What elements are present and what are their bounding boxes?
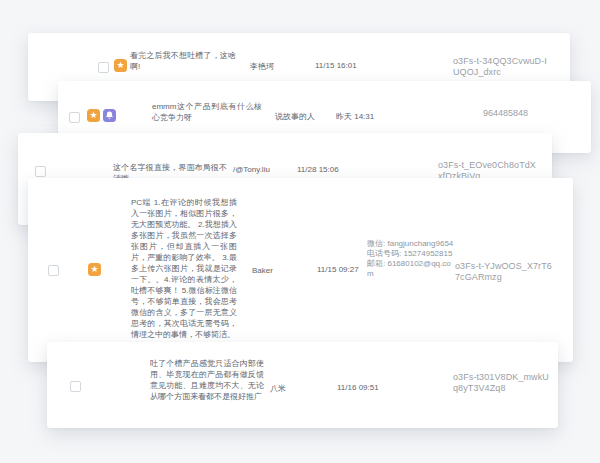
author-name: 八米	[270, 383, 286, 394]
user-id-number: 964485848	[483, 108, 528, 118]
feedback-text: emmm这个产品到底有什么核心竞争力呀	[152, 101, 262, 123]
bell-icon	[105, 111, 114, 120]
star-badge: ★	[114, 59, 127, 72]
contact-email: 邮箱: 61680102@qq.com	[367, 259, 455, 279]
row-checkbox[interactable]	[48, 265, 59, 276]
star-badge: ★	[88, 263, 101, 276]
user-openid: o3Fs-t301V8DK_mwkUq8yT3V4Zq8	[453, 372, 553, 394]
user-openid: o3Fs-t-YJwOOS_X7rT67cGARmzg	[455, 261, 555, 283]
timestamp: 11/28 15:06	[297, 165, 339, 174]
contact-wechat: 微信: fangjunchang9654	[367, 239, 455, 249]
star-badge: ★	[87, 109, 100, 122]
row-checkbox[interactable]	[98, 62, 109, 73]
feedback-row[interactable]: ★ PC端 1.在评论的时候我想插入一张图片，相似图片很多，无大图预览功能。 2…	[28, 178, 573, 362]
star-icon: ★	[89, 111, 97, 120]
author-name: Baker	[252, 266, 273, 275]
row-checkbox[interactable]	[35, 166, 46, 177]
author-name: 说故事的人	[275, 111, 315, 122]
contact-info: 微信: fangjunchang9654 电话号码: 15274952815 邮…	[367, 239, 455, 279]
timestamp: 昨天 14:31	[336, 111, 374, 122]
author-name: /@Tony.liu	[233, 165, 270, 174]
author-name: 李艳珂	[250, 61, 274, 72]
feedback-row[interactable]: 吐了个槽产品感觉只适合内部使用、毕竟现在的产品都有做反馈意见功能、且难度均不大、…	[47, 342, 558, 428]
feedback-cards-collage: ★ 看完之后我不想吐槽了，这啥啊! 李艳珂 11/15 16:01 o3Fs-t…	[0, 0, 600, 463]
timestamp: 11/16 09:51	[337, 383, 379, 392]
feedback-text: 吐了个槽产品感觉只适合内部使用、毕竟现在的产品都有做反馈意见功能、且难度均不大、…	[150, 358, 264, 402]
user-openid: o3Fs-t-34QQ3CvwuD-IUQOJ_dxrc	[453, 56, 553, 78]
notification-badge	[103, 109, 116, 122]
row-checkbox[interactable]	[69, 112, 80, 123]
contact-phone: 电话号码: 15274952815	[367, 249, 455, 259]
star-icon: ★	[90, 265, 98, 274]
star-icon: ★	[116, 61, 124, 70]
row-checkbox[interactable]	[70, 381, 81, 392]
feedback-text: PC端 1.在评论的时候我想插入一张图片，相似图片很多，无大图预览功能。 2.我…	[131, 197, 237, 340]
timestamp: 11/15 16:01	[315, 61, 357, 70]
timestamp: 11/15 09:27	[317, 265, 359, 274]
feedback-text: 看完之后我不想吐槽了，这啥啊!	[130, 50, 236, 72]
